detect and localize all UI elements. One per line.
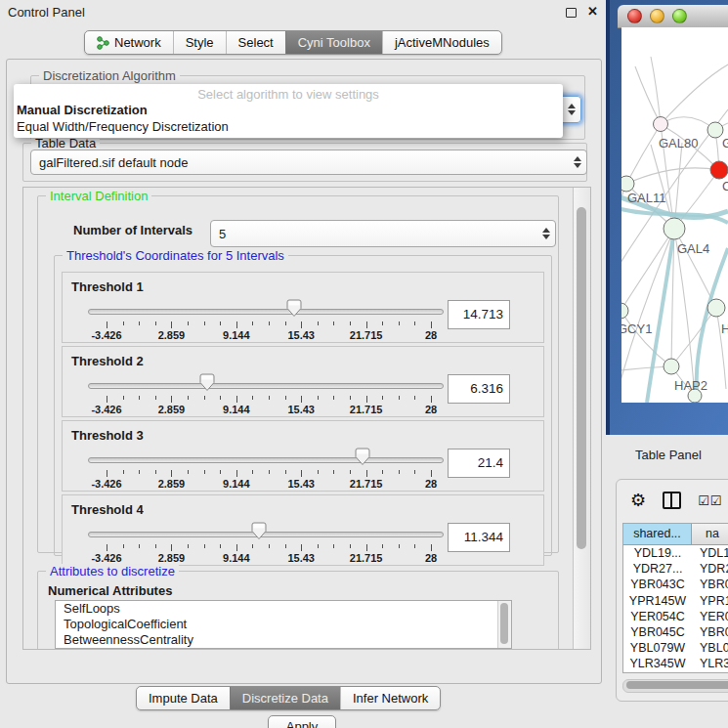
checkboxes-icon[interactable]: ☑☑ — [698, 493, 722, 508]
slider-thumb[interactable] — [251, 522, 267, 540]
number-of-intervals-select[interactable]: 5 — [210, 220, 556, 247]
slider-track[interactable] — [88, 383, 444, 389]
GAL4-node[interactable] — [664, 218, 685, 239]
threshold-value[interactable]: 14.713 — [448, 300, 510, 329]
settings-scrollbar[interactable] — [573, 188, 590, 649]
tab-cyni-toolbox[interactable]: Cyni Toolbox — [285, 31, 382, 54]
network-edge[interactable] — [671, 308, 716, 366]
tab-discretize-data[interactable]: Discretize Data — [230, 687, 340, 709]
float-window-icon[interactable] — [566, 8, 577, 18]
network-edge[interactable] — [621, 311, 671, 366]
network-highlight-edge[interactable] — [647, 229, 674, 403]
network-edge[interactable] — [626, 168, 719, 184]
numerical-attributes-list[interactable]: SelfLoopsTopologicalCoefficientBetweenne… — [55, 600, 512, 649]
cell-name[interactable]: YBR0 — [692, 624, 728, 640]
HAP2-node[interactable] — [664, 359, 679, 374]
threshold-label: Threshold 4 — [71, 502, 144, 517]
cell-shared-name[interactable]: YBL079W — [623, 640, 692, 656]
minimize-light-icon[interactable] — [650, 9, 664, 23]
column-header-shared-name[interactable]: shared... — [623, 524, 692, 544]
cell-shared-name[interactable]: YPR145W — [623, 593, 692, 609]
node-table[interactable]: shared... na YDL19...YDL1YDR27...YDR2YBR… — [622, 523, 728, 673]
tick-mark — [301, 470, 302, 477]
cell-shared-name[interactable]: YER054C — [623, 609, 692, 624]
attributes-scrollbar[interactable] — [497, 601, 511, 648]
network-edge[interactable] — [621, 229, 674, 399]
attribute-item[interactable]: SelfLoops — [56, 601, 511, 617]
network-edge[interactable] — [716, 308, 726, 389]
table-row[interactable]: YPR145WYPR1 — [623, 593, 728, 609]
tab-select[interactable]: Select — [226, 31, 285, 54]
zoom-light-icon[interactable] — [672, 9, 687, 23]
table-data-select[interactable]: galFiltered.sif default node — [30, 150, 587, 175]
slider-track[interactable] — [88, 457, 444, 463]
threshold-value[interactable]: 21.4 — [448, 449, 510, 478]
cell-name[interactable]: YER0 — [692, 609, 728, 624]
slider-track[interactable] — [88, 309, 444, 315]
close-light-icon[interactable] — [627, 9, 642, 23]
cell-name[interactable]: YBL0 — [692, 640, 728, 656]
tab-impute-data[interactable]: Impute Data — [137, 687, 230, 709]
dropdown-option[interactable]: Manual Discretization — [17, 103, 148, 117]
table-row[interactable]: YIL052CYIL0 — [623, 672, 728, 674]
cell-name[interactable]: YPR1 — [692, 593, 728, 609]
table-row[interactable]: YDR27...YDR2 — [623, 561, 728, 577]
slider-thumb[interactable] — [355, 448, 370, 466]
slider-thumb[interactable] — [199, 373, 215, 392]
cell-name[interactable]: YDR2 — [692, 561, 728, 577]
GAL80-node[interactable] — [654, 117, 668, 132]
table-row[interactable]: YBL079WYBL0 — [623, 640, 728, 656]
scrollbar-thumb[interactable] — [626, 681, 728, 689]
settings-scrollpane: Interval Definition Number of Intervals … — [22, 187, 591, 650]
network-window-titlebar[interactable] — [618, 5, 728, 28]
cell-name[interactable]: YBR0 — [692, 577, 728, 592]
GCY1-node[interactable] — [621, 303, 628, 319]
close-icon[interactable]: ✕ — [587, 4, 598, 19]
red-node[interactable] — [710, 161, 728, 179]
table-horizontal-scrollbar[interactable] — [622, 679, 728, 693]
cell-shared-name[interactable]: YBR045C — [623, 624, 692, 640]
tab-network[interactable]: Network — [85, 31, 173, 54]
tab-style[interactable]: Style — [173, 31, 226, 54]
scrollbar-thumb[interactable] — [500, 603, 508, 644]
cell-name[interactable]: YLR3 — [692, 656, 728, 671]
GAL11-node[interactable] — [621, 176, 634, 192]
network-canvas[interactable]: GAL80GCGAL11GAL4GCY1HHAP2 — [621, 27, 728, 403]
H-node[interactable] — [707, 299, 725, 317]
cell-shared-name[interactable]: YIL052C — [623, 672, 692, 674]
attribute-item[interactable]: TopologicalCoefficient — [56, 617, 511, 632]
network-edge[interactable] — [626, 124, 661, 184]
threshold-value[interactable]: 6.316 — [448, 374, 510, 404]
network-edge[interactable] — [661, 64, 728, 124]
gear-icon[interactable]: ⚙ — [630, 490, 646, 511]
tick-mark — [318, 544, 319, 548]
table-row[interactable]: YLR345WYLR3 — [623, 656, 728, 671]
tab-infer-network[interactable]: Infer Network — [340, 687, 440, 709]
table-row[interactable]: YBR045CYBR0 — [623, 624, 728, 640]
cell-shared-name[interactable]: YLR345W — [623, 656, 692, 671]
cell-shared-name[interactable]: YDR27... — [623, 561, 692, 577]
cell-shared-name[interactable]: YDL19... — [623, 545, 692, 561]
table-row[interactable]: YDL19...YDL1 — [623, 545, 728, 561]
columns-icon[interactable] — [663, 492, 681, 509]
column-header-name[interactable]: na — [692, 524, 728, 544]
table-row[interactable]: YER054CYER0 — [623, 609, 728, 624]
slider-thumb[interactable] — [286, 299, 302, 318]
table-row[interactable]: YBR043CYBR0 — [623, 577, 728, 592]
G-node[interactable] — [707, 122, 723, 138]
algorithm-dropdown-popup: Select algorithm to view settings Manual… — [14, 84, 563, 138]
tick-mark — [107, 544, 107, 551]
tick-mark — [171, 544, 172, 551]
tick-mark — [155, 321, 156, 325]
dropdown-option[interactable]: Equal Width/Frequency Discretization — [17, 119, 229, 134]
threshold-value[interactable]: 11.344 — [448, 523, 510, 552]
cell-name[interactable]: YDL1 — [692, 545, 728, 561]
cell-name[interactable]: YIL0 — [692, 672, 728, 674]
scrollbar-thumb[interactable] — [577, 207, 586, 549]
tick-mark — [285, 544, 286, 548]
apply-button[interactable]: Apply — [268, 715, 336, 728]
network-edge[interactable] — [661, 117, 715, 130]
cell-shared-name[interactable]: YBR043C — [623, 577, 692, 592]
attribute-item[interactable]: BetweennessCentrality — [56, 632, 511, 648]
tab-jactivemnodules[interactable]: jActiveMNodules — [382, 31, 501, 54]
